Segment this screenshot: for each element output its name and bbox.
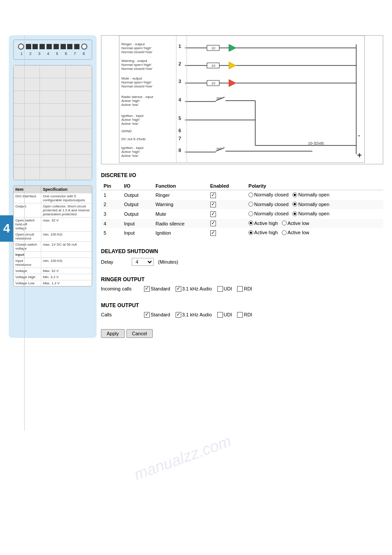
ringer-udi-item[interactable]: UDI (217, 286, 232, 292)
checkbox-enabled-3[interactable] (210, 211, 216, 217)
radio-normally-closed-1[interactable]: Normally closed (248, 192, 288, 197)
grid-cell (66, 167, 92, 180)
svg-text:6: 6 (179, 128, 181, 133)
svg-text:10: 10 (212, 46, 216, 50)
pin-7 (67, 44, 72, 49)
mute-rdi-cb[interactable] (237, 312, 243, 318)
spec-header-item: Item (14, 186, 41, 193)
radio-normally-closed-3[interactable]: Normally closed (248, 211, 288, 216)
normally-open-label-2: Normally open (298, 202, 329, 207)
svg-text:Normal open='high': Normal open='high' (122, 63, 152, 67)
radio-active-low-4[interactable]: Active low (282, 221, 309, 226)
svg-text:Active 'low': Active 'low' (122, 103, 139, 107)
checkbox-enabled-5[interactable] (210, 230, 216, 236)
radio-normally-closed-2[interactable]: Normally closed (248, 202, 288, 207)
svg-text:3: 3 (179, 79, 181, 84)
radio-btn-al-5[interactable] (282, 230, 287, 235)
delay-select[interactable]: 1 2 3 4 5 10 15 20 30 (132, 258, 154, 266)
delayed-shutdown-title: DELAYED SHUTDOWN (101, 248, 383, 254)
spec-row: Input: (14, 251, 92, 258)
pin-5 (54, 44, 59, 49)
io-table: Pin I/O Function Enabled Polarity 1 Outp… (101, 182, 383, 238)
ringer-udi-cb[interactable] (217, 286, 223, 292)
radio-btn-nc-2[interactable] (248, 202, 253, 207)
checkbox-enabled-1[interactable] (210, 192, 216, 198)
radio-active-low-5[interactable]: Active low (282, 230, 309, 235)
ringer-audio-cb[interactable] (176, 286, 181, 292)
svg-text:Normal closed='low': Normal closed='low' (122, 67, 153, 71)
radio-btn-ah-4[interactable] (248, 221, 253, 225)
connector-pins (17, 44, 88, 50)
radio-btn-no-1[interactable] (292, 192, 297, 197)
connector-circle-right (81, 44, 87, 50)
checkbox-enabled-2[interactable] (210, 202, 216, 207)
enabled-3[interactable] (208, 209, 246, 219)
grid-cell (14, 65, 40, 78)
radio-active-high-5[interactable]: Active high (248, 230, 278, 235)
enabled-4[interactable] (208, 219, 246, 229)
grid-row (14, 78, 92, 91)
func-3-val: Mute (153, 209, 207, 219)
ringer-rdi-item[interactable]: RDI (237, 286, 252, 292)
wiring-diagram: Ringer - output Normal open='high' Norma… (101, 35, 383, 164)
grid-cell (40, 155, 66, 167)
grid-cell (14, 167, 40, 180)
mute-audio-cb[interactable] (176, 312, 181, 318)
grid-cell (40, 65, 66, 78)
radio-normally-open-2[interactable]: Normally open (292, 202, 329, 207)
mute-udi-cb[interactable] (217, 312, 223, 318)
svg-text:8: 8 (179, 148, 181, 153)
grid-cell (40, 129, 66, 141)
svg-text:Ignition - input: Ignition - input (122, 146, 144, 150)
radio-btn-nc-3[interactable] (248, 211, 253, 216)
grid-cell (66, 129, 92, 141)
col-function: Function (153, 182, 207, 190)
grid-row (14, 167, 92, 180)
radio-btn-ah-5[interactable] (248, 230, 253, 235)
radio-active-high-4[interactable]: Active high (248, 221, 278, 226)
ringer-audio-item[interactable]: 3.1 kHz Audio (176, 286, 212, 292)
enabled-1[interactable] (208, 190, 246, 200)
grid-cell (66, 78, 92, 91)
ringer-standard-cb[interactable] (144, 286, 150, 292)
normally-open-label-3: Normally open (298, 211, 329, 216)
radio-btn-no-2[interactable] (292, 202, 297, 207)
ringer-udi-label: UDI (224, 286, 232, 291)
radio-btn-al-4[interactable] (282, 221, 287, 225)
mute-calls-label: Calls (101, 312, 140, 317)
radio-normally-open-3[interactable]: Normally open (292, 211, 329, 216)
enabled-2[interactable] (208, 200, 246, 210)
spec-row: Open switch hold-off voltage max. 32 V (14, 217, 92, 231)
pin-4-val: 4 (101, 219, 121, 229)
mute-standard-cb[interactable] (144, 312, 150, 318)
mute-udi-label: UDI (224, 312, 232, 317)
radio-btn-no-3[interactable] (292, 211, 297, 216)
mute-standard-item[interactable]: Standard (144, 312, 170, 318)
mute-audio-item[interactable]: 3.1 kHz Audio (176, 312, 212, 318)
spec-row: Voltage High Min. 3.2 V (14, 274, 92, 280)
svg-text:10: 10 (212, 81, 216, 85)
polarity-2: Normally closed Normally open (246, 200, 383, 210)
pin-1-val: 1 (101, 190, 121, 200)
chapter-number: 4 (3, 221, 10, 236)
watermark: manualzz.com (132, 432, 234, 484)
ringer-standard-item[interactable]: Standard (144, 286, 170, 292)
mute-udi-item[interactable]: UDI (217, 312, 232, 318)
ringer-rdi-cb[interactable] (237, 286, 243, 292)
io-4-val: Input (121, 219, 153, 229)
spec-row: DIO Interface One connector with 5 confi… (14, 193, 92, 203)
enabled-5[interactable] (208, 228, 246, 238)
radio-normally-open-1[interactable]: Normally open (292, 192, 329, 197)
radio-btn-nc-1[interactable] (248, 192, 253, 197)
cancel-button[interactable]: Cancel (126, 329, 153, 338)
mute-rdi-item[interactable]: RDI (237, 312, 252, 318)
mute-rdi-label: RDI (244, 312, 252, 317)
discrete-io-title: DISCRETE I/O (101, 172, 383, 178)
normally-closed-label-3: Normally closed (254, 211, 288, 216)
svg-text:Mute - output: Mute - output (122, 76, 143, 80)
grid-cell (40, 104, 66, 116)
apply-button[interactable]: Apply (101, 329, 125, 338)
grid-cell (40, 167, 66, 180)
checkbox-enabled-4[interactable] (210, 221, 216, 226)
left-panel: 1 2 3 4 5 6 7 8 (9, 35, 97, 338)
